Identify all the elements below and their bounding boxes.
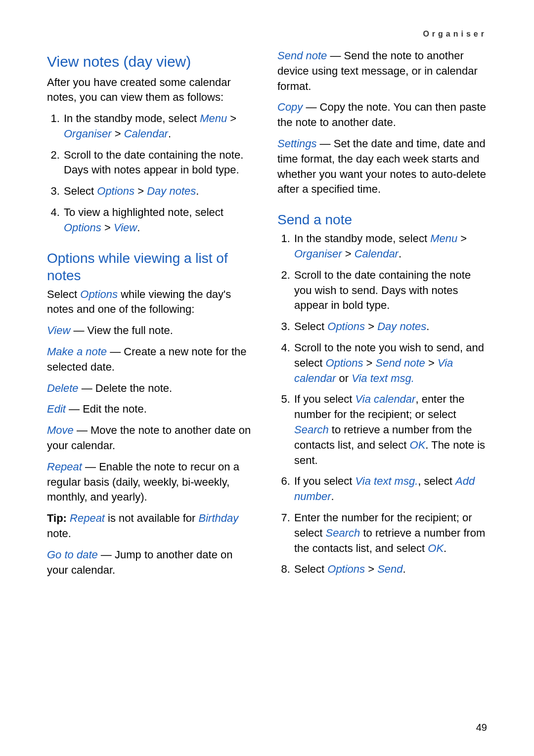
- menu-term: Send note: [376, 357, 425, 369]
- option-key: Repeat: [47, 461, 82, 473]
- heading-send-a-note: Send a note: [277, 211, 487, 228]
- tip-label: Tip:: [47, 512, 70, 524]
- step-text: .: [168, 127, 171, 140]
- step-text: >: [134, 185, 147, 197]
- list-item: Scroll to the date containing the note. …: [63, 148, 257, 178]
- menu-term: Menu: [200, 112, 227, 125]
- list-item: In the standby mode, select Menu > Organ…: [293, 231, 487, 262]
- menu-term: Options: [327, 563, 365, 575]
- menu-term: OK: [428, 542, 444, 554]
- option-key: Copy: [277, 101, 303, 113]
- step-text: In the standby mode, select: [64, 112, 200, 125]
- step-text: Select: [294, 320, 327, 333]
- list-item: To view a highlighted note, select Optio…: [63, 205, 257, 236]
- option-edit: Edit — Edit the note.: [47, 402, 257, 417]
- heading-view-notes: View notes (day view): [47, 52, 257, 71]
- text: note.: [47, 527, 71, 540]
- option-key: View: [47, 324, 70, 336]
- option-key: Make a note: [47, 345, 107, 358]
- option-settings: Settings — Set the date and time, date a…: [277, 136, 487, 197]
- step-text: .: [426, 320, 429, 333]
- menu-term: Menu: [430, 232, 457, 245]
- option-key: Edit: [47, 403, 66, 415]
- menu-term: Options: [97, 185, 134, 197]
- menu-term: Search: [294, 423, 329, 436]
- menu-term: Options: [326, 357, 363, 369]
- step-text: .: [444, 542, 446, 554]
- menu-term: OK: [410, 439, 426, 451]
- option-key: Go to date: [47, 548, 98, 561]
- steps-send-note: In the standby mode, select Menu > Organ…: [277, 231, 487, 577]
- step-text: .: [196, 185, 199, 197]
- list-item: Enter the number for the recipient; or s…: [293, 510, 487, 556]
- option-key: Delete: [47, 382, 79, 394]
- menu-term: View: [114, 221, 137, 234]
- text: is not available for: [105, 512, 199, 524]
- menu-term: Via text msg.: [352, 372, 414, 384]
- list-item: Scroll to the date containing the note y…: [293, 268, 487, 313]
- option-send-note: Send note — Send the note to another dev…: [277, 48, 487, 94]
- menu-term: Calendar: [124, 127, 168, 140]
- intro-paragraph: After you have created some calendar not…: [47, 75, 257, 106]
- menu-term: Via calendar: [356, 393, 416, 405]
- step-text: >: [227, 112, 236, 125]
- step-text: >: [101, 221, 114, 234]
- heading-options-list: Options while viewing a list of notes: [47, 250, 257, 284]
- menu-term: Via text msg.: [356, 475, 418, 487]
- step-text: >: [365, 320, 377, 333]
- step-text: >: [457, 232, 467, 245]
- text: Select: [47, 288, 80, 300]
- step-text: >: [363, 357, 375, 369]
- list-item: Select Options > Send.: [293, 562, 487, 577]
- step-text: If you select: [294, 475, 356, 487]
- two-column-layout: View notes (day view) After you have cre…: [47, 48, 487, 584]
- option-view: View — View the full note.: [47, 323, 257, 338]
- list-item: If you select Via calendar, enter the nu…: [293, 392, 487, 468]
- option-make-a-note: Make a note — Create a new note for the …: [47, 344, 257, 375]
- step-text: , select: [418, 475, 455, 487]
- step-text: .: [137, 221, 140, 234]
- step-text: >: [342, 248, 355, 260]
- right-column: Send note — Send the note to another dev…: [277, 48, 487, 584]
- menu-term: Send: [377, 563, 402, 575]
- menu-term: Options: [64, 221, 101, 234]
- step-text: >: [425, 357, 438, 369]
- step-text: In the standby mode, select: [294, 232, 430, 245]
- menu-term: Options: [80, 288, 118, 300]
- option-desc: — Copy the note. You can then paste the …: [277, 101, 486, 128]
- list-item: Scroll to the note you wish to send, and…: [293, 340, 487, 386]
- menu-term: Calendar: [355, 248, 399, 260]
- menu-term: Organiser: [294, 248, 342, 260]
- step-text: To view a highlighted note, select: [64, 206, 223, 218]
- option-key: Settings: [277, 137, 317, 150]
- step-text: >: [365, 563, 377, 575]
- manual-page: Organiser View notes (day view) After yo…: [0, 0, 534, 756]
- tip-repeat-birthday: Tip: Repeat is not available for Birthda…: [47, 511, 257, 542]
- option-copy: Copy — Copy the note. You can then paste…: [277, 100, 487, 130]
- menu-term: Options: [327, 320, 365, 333]
- menu-term: Search: [326, 527, 360, 539]
- option-go-to-date: Go to date — Jump to another date on you…: [47, 547, 257, 578]
- menu-term: Day notes: [377, 320, 426, 333]
- options-intro: Select Options while viewing the day's n…: [47, 287, 257, 318]
- option-desc: — View the full note.: [70, 324, 173, 336]
- menu-term: Organiser: [64, 127, 112, 140]
- steps-view-notes: In the standby mode, select Menu > Organ…: [47, 111, 257, 236]
- step-text: .: [403, 563, 406, 575]
- option-desc: — Delete the note.: [79, 382, 173, 394]
- step-text: If you select: [294, 393, 356, 405]
- page-number: 49: [476, 722, 487, 733]
- option-delete: Delete — Delete the note.: [47, 381, 257, 396]
- menu-term: Day notes: [147, 185, 196, 197]
- menu-term: Birthday: [199, 512, 239, 524]
- left-column: View notes (day view) After you have cre…: [47, 48, 257, 584]
- option-move: Move — Move the note to another date on …: [47, 423, 257, 454]
- step-text: Select: [294, 563, 327, 575]
- option-repeat: Repeat — Enable the note to recur on a r…: [47, 460, 257, 505]
- step-text: Select: [64, 185, 97, 197]
- list-item: Select Options > Day notes.: [293, 319, 487, 335]
- option-key: Move: [47, 424, 74, 436]
- list-item: Select Options > Day notes.: [63, 184, 257, 199]
- option-desc: — Move the note to another date on your …: [47, 424, 251, 452]
- option-desc: — Edit the note.: [66, 403, 147, 415]
